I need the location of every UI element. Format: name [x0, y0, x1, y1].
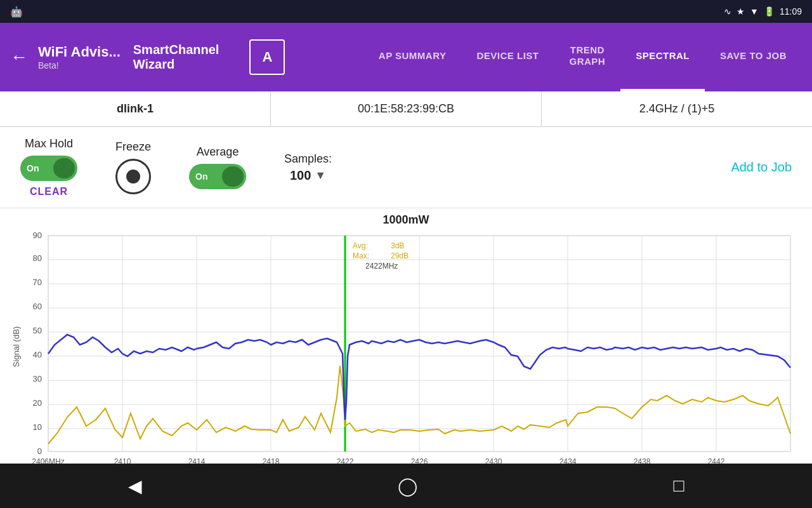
average-toggle[interactable]: On	[189, 164, 246, 189]
svg-text:20: 20	[33, 398, 42, 408]
app-beta: Beta!	[38, 60, 121, 70]
chart-title: 1000mW	[10, 213, 802, 227]
device-frequency: 2.4GHz / (1)+5	[542, 91, 812, 126]
chart-area: 1000mW	[0, 208, 812, 490]
max-hold-on-text: On	[27, 163, 39, 173]
svg-text:30: 30	[33, 374, 42, 384]
samples-label: Samples:	[284, 152, 332, 166]
average-thumb	[222, 166, 244, 187]
wizard-subtitle: Wizard	[133, 57, 219, 72]
star-icon: ★	[737, 6, 745, 17]
back-nav-icon[interactable]: ◀	[128, 476, 142, 497]
device-info-bar: dlink-1 00:1E:58:23:99:CB 2.4GHz / (1)+5	[0, 91, 812, 127]
svg-text:90: 90	[33, 231, 42, 240]
status-time: 11:09	[780, 6, 802, 17]
svg-text:40: 40	[33, 350, 42, 359]
wizard-title: SmartChannel	[133, 43, 219, 57]
device-name: dlink-1	[0, 91, 271, 126]
max-hold-label: Max Hold	[25, 137, 73, 150]
home-nav-icon[interactable]: ◯	[398, 476, 417, 497]
back-button[interactable]: ←	[10, 47, 28, 67]
samples-dropdown[interactable]: 100 ▼	[290, 168, 326, 183]
status-bar: 🤖 ∿ ★ ▼ 🔋 11:09	[0, 0, 812, 23]
svg-text:60: 60	[33, 302, 42, 311]
average-label: Average	[197, 145, 239, 159]
wizard-title-block: SmartChannel Wizard	[133, 43, 219, 72]
svg-text:2422MHz: 2422MHz	[365, 262, 398, 271]
nav-tabs: AP SUMMARY DEVICE LIST TRENDGRAPH SPECTR…	[300, 23, 802, 91]
recents-nav-icon[interactable]: □	[673, 476, 684, 496]
spectral-chart[interactable]: 0 10 20 30 40 50 60 70 80 90 Signal (dB)…	[10, 229, 802, 477]
clear-button[interactable]: CLEAR	[30, 186, 68, 197]
tab-trend-graph[interactable]: TRENDGRAPH	[554, 23, 621, 91]
android-icon: 🤖	[10, 6, 23, 18]
tab-save-to-job[interactable]: SAVE TO JOB	[705, 23, 802, 91]
controls-bar: Max Hold On CLEAR Freeze Average On Samp…	[0, 127, 812, 208]
app-title-block: WiFi Advis... Beta!	[38, 44, 121, 70]
tab-device-list[interactable]: DEVICE LIST	[461, 23, 554, 91]
top-nav-bar: ← WiFi Advis... Beta! SmartChannel Wizar…	[0, 23, 812, 91]
bluetooth-icon: ∿	[724, 6, 731, 17]
freeze-icon	[126, 170, 140, 184]
svg-text:Max:: Max:	[353, 251, 369, 260]
device-mac: 00:1E:58:23:99:CB	[271, 91, 542, 126]
app-name: WiFi Advis...	[38, 44, 121, 60]
freeze-label: Freeze	[115, 140, 151, 154]
battery-icon: 🔋	[764, 6, 775, 17]
average-control: Average On	[189, 145, 246, 189]
chart-container: 0 10 20 30 40 50 60 70 80 90 Signal (dB)…	[10, 229, 802, 479]
wifi-icon: ▼	[750, 6, 759, 17]
wizard-icon-label: A	[262, 49, 272, 65]
dropdown-arrow-icon: ▼	[315, 169, 326, 182]
svg-text:0: 0	[37, 446, 42, 456]
max-hold-thumb	[53, 158, 75, 178]
max-hold-control: Max Hold On CLEAR	[20, 137, 77, 197]
samples-control: Samples: 100 ▼	[284, 152, 332, 183]
svg-text:Signal (dB): Signal (dB)	[11, 326, 21, 367]
tab-ap-summary[interactable]: AP SUMMARY	[363, 23, 462, 91]
svg-text:29dB: 29dB	[391, 251, 409, 260]
freeze-control: Freeze	[115, 140, 151, 194]
svg-text:80: 80	[33, 253, 42, 263]
bottom-nav: ◀ ◯ □	[0, 464, 812, 508]
add-to-job-button[interactable]: Add to Job	[731, 160, 792, 175]
samples-value: 100	[290, 168, 311, 183]
freeze-button[interactable]	[115, 159, 151, 194]
wizard-icon[interactable]: A	[249, 39, 285, 75]
svg-text:10: 10	[33, 422, 42, 432]
svg-text:50: 50	[33, 326, 42, 335]
max-hold-toggle[interactable]: On	[20, 156, 77, 181]
svg-text:3dB: 3dB	[391, 241, 404, 250]
svg-text:70: 70	[33, 277, 42, 287]
average-on-text: On	[195, 171, 207, 182]
svg-text:Avg:: Avg:	[353, 241, 368, 250]
tab-spectral[interactable]: SPECTRAL	[620, 23, 705, 91]
